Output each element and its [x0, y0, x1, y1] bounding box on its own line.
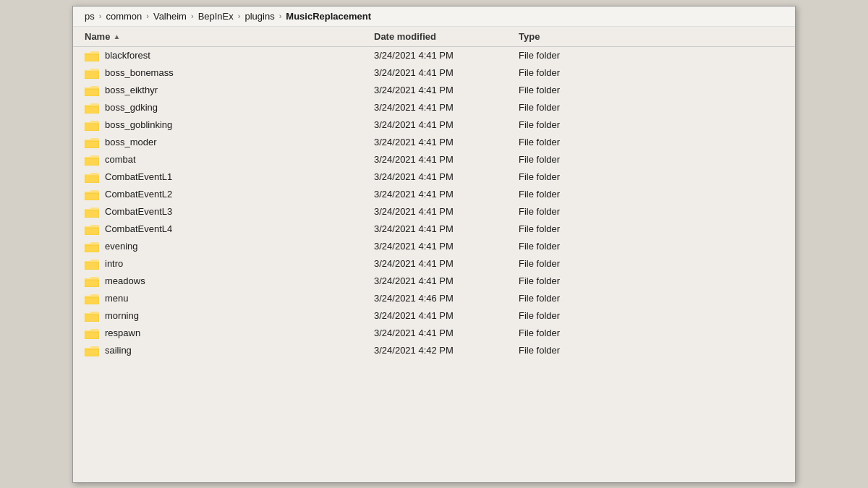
file-name: boss_moder — [105, 137, 157, 147]
file-explorer-window: ps › common › Valheim › BepInEx › plugin… — [72, 6, 796, 483]
table-row[interactable]: evening 3/24/2021 4:41 PM File folder — [73, 238, 795, 255]
file-type: File folder — [519, 223, 627, 234]
file-type: File folder — [519, 85, 627, 95]
breadcrumb-sep-1: › — [146, 12, 149, 20]
date-modified: 3/24/2021 4:41 PM — [374, 258, 519, 269]
table-row[interactable]: CombatEventL1 3/24/2021 4:41 PM File fol… — [73, 168, 795, 186]
file-type: File folder — [519, 119, 627, 130]
file-name: CombatEventL1 — [105, 171, 172, 182]
file-name-cell: boss_moder — [85, 137, 374, 148]
date-modified: 3/24/2021 4:41 PM — [374, 189, 519, 200]
folder-icon — [85, 189, 99, 200]
folder-icon — [85, 241, 99, 252]
folder-icon — [85, 293, 99, 304]
file-name: boss_gdking — [105, 102, 158, 113]
file-type: File folder — [519, 67, 627, 78]
breadcrumb-ps[interactable]: ps — [85, 11, 95, 22]
breadcrumb[interactable]: ps › common › Valheim › BepInEx › plugin… — [73, 7, 795, 27]
svg-rect-48 — [85, 210, 99, 218]
folder-icon — [85, 50, 99, 61]
file-type: File folder — [519, 171, 627, 182]
file-name: boss_bonemass — [105, 67, 174, 78]
date-modified: 3/24/2021 4:41 PM — [374, 223, 519, 234]
svg-rect-58 — [85, 245, 99, 252]
table-row[interactable]: respawn 3/24/2021 4:41 PM File folder — [73, 325, 795, 342]
folder-icon — [85, 328, 99, 339]
folder-icon — [85, 67, 99, 79]
file-name-cell: CombatEventL4 — [85, 223, 374, 235]
svg-rect-38 — [85, 176, 99, 183]
sort-arrow-icon: ▲ — [113, 33, 120, 40]
svg-rect-68 — [85, 280, 99, 287]
breadcrumb-bepinex[interactable]: BepInEx — [198, 11, 234, 22]
breadcrumb-musicreplacement[interactable]: MusicReplacement — [286, 11, 371, 22]
table-row[interactable]: CombatEventL3 3/24/2021 4:41 PM File fol… — [73, 203, 795, 221]
svg-rect-83 — [85, 332, 99, 339]
table-row[interactable]: boss_moder 3/24/2021 4:41 PM File folder — [73, 134, 795, 151]
file-name: menu — [105, 293, 129, 304]
file-name: intro — [105, 258, 123, 269]
table-row[interactable]: intro 3/24/2021 4:41 PM File folder — [73, 255, 795, 273]
date-modified: 3/24/2021 4:41 PM — [374, 275, 519, 286]
column-headers: Name ▲ Date modified Type — [73, 27, 795, 47]
file-name: boss_goblinking — [105, 119, 172, 130]
table-row[interactable]: boss_eikthyr 3/24/2021 4:41 PM File fold… — [73, 82, 795, 99]
breadcrumb-common[interactable]: common — [106, 11, 142, 22]
name-column-label: Name — [85, 31, 110, 42]
file-list-container[interactable]: Name ▲ Date modified Type blackforest 3/… — [73, 27, 795, 476]
table-row[interactable]: meadows 3/24/2021 4:41 PM File folder — [73, 273, 795, 290]
file-name: sailing — [105, 345, 132, 356]
name-column-header[interactable]: Name ▲ — [85, 31, 374, 42]
svg-rect-88 — [85, 349, 99, 356]
svg-rect-73 — [85, 297, 99, 304]
file-name-cell: boss_gdking — [85, 102, 374, 114]
file-type: File folder — [519, 50, 627, 61]
table-row[interactable]: blackforest 3/24/2021 4:41 PM File folde… — [73, 47, 795, 64]
date-modified: 3/24/2021 4:41 PM — [374, 154, 519, 165]
table-row[interactable]: combat 3/24/2021 4:41 PM File folder — [73, 151, 795, 168]
breadcrumb-plugins[interactable]: plugins — [244, 11, 274, 22]
date-modified: 3/24/2021 4:41 PM — [374, 137, 519, 147]
date-column-header[interactable]: Date modified — [374, 31, 519, 42]
file-type: File folder — [519, 345, 627, 356]
file-name-cell: boss_goblinking — [85, 119, 374, 131]
table-row[interactable]: morning 3/24/2021 4:41 PM File folder — [73, 307, 795, 325]
file-name-cell: intro — [85, 258, 374, 270]
file-type: File folder — [519, 137, 627, 147]
date-modified: 3/24/2021 4:41 PM — [374, 310, 519, 321]
file-name-cell: boss_bonemass — [85, 67, 374, 79]
svg-rect-53 — [85, 228, 99, 235]
svg-rect-33 — [85, 158, 99, 166]
table-row[interactable]: sailing 3/24/2021 4:42 PM File folder — [73, 342, 795, 359]
breadcrumb-valheim[interactable]: Valheim — [153, 11, 187, 22]
table-row[interactable]: boss_gdking 3/24/2021 4:41 PM File folde… — [73, 99, 795, 116]
breadcrumb-sep-4: › — [279, 12, 282, 20]
file-name-cell: CombatEventL2 — [85, 189, 374, 200]
svg-rect-63 — [85, 262, 99, 270]
table-row[interactable]: boss_bonemass 3/24/2021 4:41 PM File fol… — [73, 64, 795, 82]
file-type: File folder — [519, 275, 627, 286]
svg-rect-3 — [85, 54, 99, 61]
file-name: blackforest — [105, 50, 150, 61]
table-row[interactable]: CombatEventL2 3/24/2021 4:41 PM File fol… — [73, 186, 795, 203]
file-name-cell: CombatEventL1 — [85, 171, 374, 183]
file-name-cell: combat — [85, 154, 374, 166]
folder-icon — [85, 345, 99, 356]
table-row[interactable]: CombatEventL4 3/24/2021 4:41 PM File fol… — [73, 221, 795, 238]
table-row[interactable]: menu 3/24/2021 4:46 PM File folder — [73, 290, 795, 307]
folder-icon — [85, 310, 99, 322]
table-row[interactable]: boss_goblinking 3/24/2021 4:41 PM File f… — [73, 116, 795, 134]
file-name: boss_eikthyr — [105, 85, 158, 95]
date-modified: 3/24/2021 4:46 PM — [374, 293, 519, 304]
file-name-cell: evening — [85, 241, 374, 252]
file-name: CombatEventL3 — [105, 206, 172, 217]
breadcrumb-sep-0: › — [99, 12, 102, 20]
type-column-header[interactable]: Type — [519, 31, 627, 42]
date-modified: 3/24/2021 4:41 PM — [374, 241, 519, 252]
file-type: File folder — [519, 154, 627, 165]
folder-icon — [85, 258, 99, 270]
file-name: evening — [105, 241, 138, 252]
file-rows-container: blackforest 3/24/2021 4:41 PM File folde… — [73, 47, 795, 359]
file-type: File folder — [519, 258, 627, 269]
folder-icon — [85, 223, 99, 235]
